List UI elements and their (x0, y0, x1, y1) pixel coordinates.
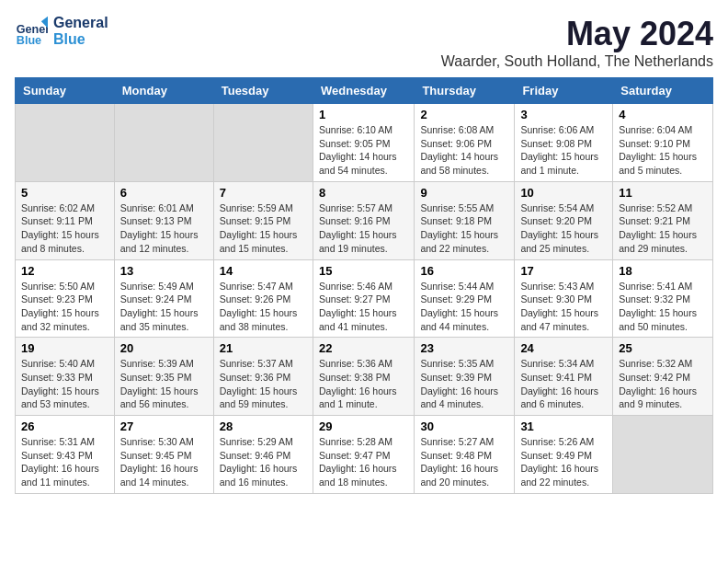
page-header: General Blue General Blue May 2024 Waard… (15, 15, 713, 70)
weekday-header-monday: Monday (114, 78, 213, 104)
day-info: Sunrise: 5:29 AMSunset: 9:46 PMDaylight:… (220, 435, 307, 489)
day-number: 23 (420, 341, 508, 355)
day-info: Sunrise: 5:50 AMSunset: 9:23 PMDaylight:… (21, 280, 108, 334)
day-number: 13 (120, 264, 208, 278)
day-number: 28 (220, 419, 307, 433)
calendar-week-row: 26Sunrise: 5:31 AMSunset: 9:43 PMDayligh… (16, 416, 713, 494)
day-info: Sunrise: 5:30 AMSunset: 9:45 PMDaylight:… (120, 435, 208, 489)
calendar-week-row: 5Sunrise: 6:02 AMSunset: 9:11 PMDaylight… (16, 181, 713, 259)
logo-icon: General Blue (15, 15, 48, 48)
day-info: Sunrise: 6:02 AMSunset: 9:11 PMDaylight:… (21, 201, 108, 256)
day-number: 2 (420, 108, 508, 121)
day-number: 30 (420, 419, 508, 433)
day-number: 25 (619, 341, 707, 355)
day-number: 6 (120, 186, 208, 200)
calendar-cell: 9Sunrise: 5:55 AMSunset: 9:18 PMDaylight… (415, 181, 515, 259)
weekday-header-thursday: Thursday (415, 78, 515, 104)
day-number: 18 (619, 264, 707, 278)
logo: General Blue General Blue (15, 15, 108, 48)
calendar-cell: 11Sunrise: 5:52 AMSunset: 9:21 PMDayligh… (613, 181, 713, 259)
weekday-header-wednesday: Wednesday (313, 78, 414, 104)
calendar-cell: 12Sunrise: 5:50 AMSunset: 9:23 PMDayligh… (16, 259, 115, 338)
weekday-header-saturday: Saturday (613, 78, 713, 104)
logo-text-line2: Blue (53, 31, 108, 48)
weekday-header-row: SundayMondayTuesdayWednesdayThursdayFrid… (16, 78, 713, 104)
day-info: Sunrise: 5:59 AMSunset: 9:15 PMDaylight:… (220, 201, 307, 256)
calendar-cell: 10Sunrise: 5:54 AMSunset: 9:20 PMDayligh… (515, 181, 613, 259)
calendar-cell: 24Sunrise: 5:34 AMSunset: 9:41 PMDayligh… (515, 338, 613, 416)
day-info: Sunrise: 6:01 AMSunset: 9:13 PMDaylight:… (120, 201, 208, 256)
calendar-cell: 25Sunrise: 5:32 AMSunset: 9:42 PMDayligh… (613, 338, 713, 416)
calendar-cell: 28Sunrise: 5:29 AMSunset: 9:46 PMDayligh… (213, 416, 313, 494)
calendar-cell: 5Sunrise: 6:02 AMSunset: 9:11 PMDaylight… (16, 181, 115, 259)
calendar-cell (613, 416, 713, 494)
month-title: May 2024 (441, 15, 713, 53)
calendar-cell: 14Sunrise: 5:47 AMSunset: 9:26 PMDayligh… (213, 259, 313, 338)
calendar-cell: 8Sunrise: 5:57 AMSunset: 9:16 PMDaylight… (313, 181, 414, 259)
day-info: Sunrise: 5:55 AMSunset: 9:18 PMDaylight:… (420, 201, 508, 256)
day-number: 21 (220, 341, 307, 355)
calendar-cell: 22Sunrise: 5:36 AMSunset: 9:38 PMDayligh… (313, 338, 414, 416)
day-info: Sunrise: 5:47 AMSunset: 9:26 PMDaylight:… (220, 280, 307, 334)
day-number: 14 (220, 264, 307, 278)
svg-text:Blue: Blue (17, 34, 41, 47)
day-number: 8 (319, 186, 408, 200)
day-info: Sunrise: 6:06 AMSunset: 9:08 PMDaylight:… (520, 123, 607, 178)
day-info: Sunrise: 5:57 AMSunset: 9:16 PMDaylight:… (319, 201, 408, 256)
day-number: 11 (619, 186, 707, 200)
day-number: 29 (319, 419, 408, 433)
calendar-week-row: 12Sunrise: 5:50 AMSunset: 9:23 PMDayligh… (16, 259, 713, 338)
day-info: Sunrise: 5:39 AMSunset: 9:35 PMDaylight:… (120, 357, 208, 411)
day-info: Sunrise: 6:08 AMSunset: 9:06 PMDaylight:… (420, 123, 508, 178)
calendar-cell: 4Sunrise: 6:04 AMSunset: 9:10 PMDaylight… (613, 104, 713, 182)
day-info: Sunrise: 5:31 AMSunset: 9:43 PMDaylight:… (21, 435, 108, 489)
calendar-week-row: 1Sunrise: 6:10 AMSunset: 9:05 PMDaylight… (16, 104, 713, 182)
day-number: 10 (520, 186, 607, 200)
calendar-cell: 15Sunrise: 5:46 AMSunset: 9:27 PMDayligh… (313, 259, 414, 338)
day-number: 27 (120, 419, 208, 433)
day-number: 26 (21, 419, 108, 433)
day-info: Sunrise: 5:32 AMSunset: 9:42 PMDaylight:… (619, 357, 707, 411)
calendar-cell: 29Sunrise: 5:28 AMSunset: 9:47 PMDayligh… (313, 416, 414, 494)
day-number: 7 (220, 186, 307, 200)
day-info: Sunrise: 5:49 AMSunset: 9:24 PMDaylight:… (120, 280, 208, 334)
calendar-cell: 13Sunrise: 5:49 AMSunset: 9:24 PMDayligh… (114, 259, 213, 338)
weekday-header-sunday: Sunday (16, 78, 115, 104)
day-info: Sunrise: 5:54 AMSunset: 9:20 PMDaylight:… (520, 201, 607, 256)
day-number: 20 (120, 341, 208, 355)
calendar-cell (213, 104, 313, 182)
calendar-cell: 31Sunrise: 5:26 AMSunset: 9:49 PMDayligh… (515, 416, 613, 494)
weekday-header-friday: Friday (515, 78, 613, 104)
day-info: Sunrise: 5:41 AMSunset: 9:32 PMDaylight:… (619, 280, 707, 334)
calendar-cell (16, 104, 115, 182)
day-info: Sunrise: 5:52 AMSunset: 9:21 PMDaylight:… (619, 201, 707, 256)
day-number: 4 (619, 108, 707, 121)
day-number: 12 (21, 264, 108, 278)
calendar-cell: 21Sunrise: 5:37 AMSunset: 9:36 PMDayligh… (213, 338, 313, 416)
day-number: 19 (21, 341, 108, 355)
day-info: Sunrise: 5:26 AMSunset: 9:49 PMDaylight:… (520, 435, 607, 489)
day-info: Sunrise: 6:10 AMSunset: 9:05 PMDaylight:… (319, 123, 408, 178)
calendar-cell: 2Sunrise: 6:08 AMSunset: 9:06 PMDaylight… (415, 104, 515, 182)
calendar-cell: 3Sunrise: 6:06 AMSunset: 9:08 PMDaylight… (515, 104, 613, 182)
calendar-cell: 19Sunrise: 5:40 AMSunset: 9:33 PMDayligh… (16, 338, 115, 416)
logo-text-line1: General (53, 15, 108, 31)
day-info: Sunrise: 5:27 AMSunset: 9:48 PMDaylight:… (420, 435, 508, 489)
calendar-table: SundayMondayTuesdayWednesdayThursdayFrid… (15, 77, 713, 494)
calendar-cell: 23Sunrise: 5:35 AMSunset: 9:39 PMDayligh… (415, 338, 515, 416)
calendar-cell: 18Sunrise: 5:41 AMSunset: 9:32 PMDayligh… (613, 259, 713, 338)
day-number: 1 (319, 108, 408, 121)
calendar-cell: 30Sunrise: 5:27 AMSunset: 9:48 PMDayligh… (415, 416, 515, 494)
day-info: Sunrise: 5:37 AMSunset: 9:36 PMDaylight:… (220, 357, 307, 411)
day-number: 15 (319, 264, 408, 278)
day-info: Sunrise: 5:43 AMSunset: 9:30 PMDaylight:… (520, 280, 607, 334)
calendar-cell: 27Sunrise: 5:30 AMSunset: 9:45 PMDayligh… (114, 416, 213, 494)
day-info: Sunrise: 5:28 AMSunset: 9:47 PMDaylight:… (319, 435, 408, 489)
day-number: 5 (21, 186, 108, 200)
day-info: Sunrise: 5:46 AMSunset: 9:27 PMDaylight:… (319, 280, 408, 334)
day-number: 16 (420, 264, 508, 278)
day-number: 22 (319, 341, 408, 355)
day-info: Sunrise: 6:04 AMSunset: 9:10 PMDaylight:… (619, 123, 707, 178)
calendar-cell: 26Sunrise: 5:31 AMSunset: 9:43 PMDayligh… (16, 416, 115, 494)
day-number: 3 (520, 108, 607, 121)
